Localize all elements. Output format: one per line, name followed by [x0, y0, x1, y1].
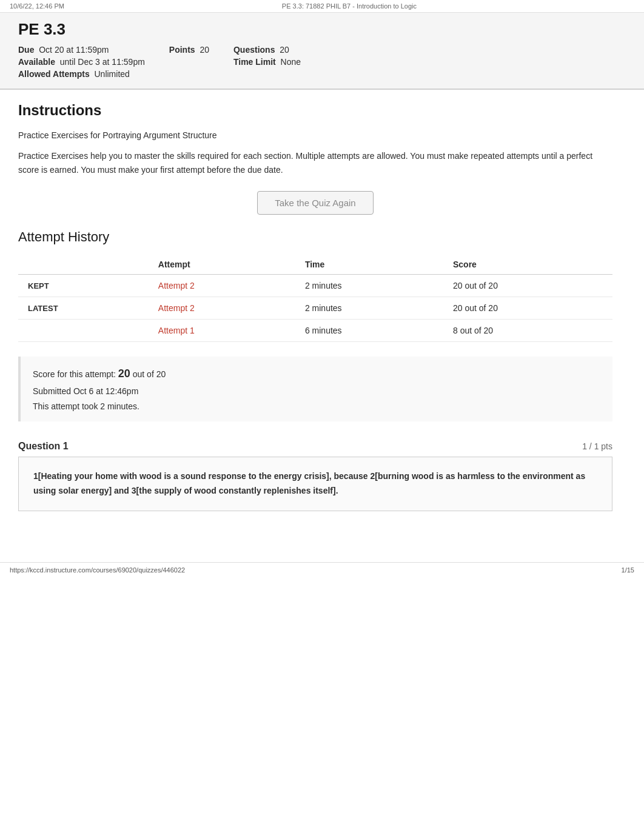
due-label: Due: [18, 45, 34, 55]
time-limit-label: Time Limit: [233, 57, 276, 67]
browser-page-title: PE 3.3: 71882 PHIL B7 - Introduction to …: [282, 2, 417, 10]
score-duration: This attempt took 2 minutes.: [33, 399, 600, 414]
points-label: Points: [169, 45, 195, 55]
attempt-link-0[interactable]: Attempt 2: [158, 281, 195, 290]
score-line: Score for this attempt: 20 out of 20: [33, 364, 600, 383]
meta-points: Points 20: [169, 45, 209, 55]
available-label: Available: [18, 57, 55, 67]
row-score-1: 20 out of 20: [443, 297, 612, 320]
meta-time-limit: Time Limit None: [233, 57, 301, 67]
row-time-2: 6 minutes: [295, 320, 443, 342]
question-1-block: Question 1 1 / 1 pts 1[Heating your home…: [18, 436, 612, 511]
question-1-body: 1[Heating your home with wood is a sound…: [18, 457, 612, 511]
points-value: 20: [200, 45, 209, 55]
question-1-text: 1[Heating your home with wood is a sound…: [33, 469, 597, 498]
footer-page: 1/15: [622, 566, 634, 574]
col-header-label: [18, 255, 149, 275]
attempt-history-table: Attempt Time Score KEPTAttempt 22 minute…: [18, 255, 612, 342]
meta-grid: Due Oct 20 at 11:59pm Points 20 Question…: [18, 45, 301, 79]
attempt-history-heading: Attempt History: [18, 229, 612, 245]
question-1-header: Question 1 1 / 1 pts: [18, 436, 612, 457]
questions-label: Questions: [233, 45, 275, 55]
due-value: Oct 20 at 11:59pm: [39, 45, 109, 55]
row-score-2: 8 out of 20: [443, 320, 612, 342]
instructions-line1: Practice Exercises for Portraying Argume…: [18, 129, 612, 142]
quiz-button-container: Take the Quiz Again: [18, 191, 612, 215]
score-summary: Score for this attempt: 20 out of 20 Sub…: [18, 357, 612, 421]
main-content: Instructions Practice Exercises for Port…: [0, 90, 631, 538]
attempts-label: Allowed Attempts: [18, 69, 90, 79]
meta-due: Due Oct 20 at 11:59pm: [18, 45, 145, 55]
take-quiz-again-button[interactable]: Take the Quiz Again: [257, 191, 373, 215]
score-submitted: Submitted Oct 6 at 12:46pm: [33, 384, 600, 399]
browser-bar: 10/6/22, 12:46 PM PE 3.3: 71882 PHIL B7 …: [0, 0, 644, 13]
footer-bar: https://kccd.instructure.com/courses/690…: [0, 562, 644, 577]
question-1-title: Question 1: [18, 441, 69, 452]
instructions-heading: Instructions: [18, 102, 612, 119]
table-row: KEPTAttempt 22 minutes20 out of 20: [18, 275, 612, 297]
meta-questions: Questions 20: [233, 45, 301, 55]
time-limit-value: None: [281, 57, 301, 67]
meta-attempts: Allowed Attempts Unlimited: [18, 69, 145, 79]
browser-timestamp: 10/6/22, 12:46 PM: [10, 2, 64, 10]
row-score-0: 20 out of 20: [443, 275, 612, 297]
attempt-link-2[interactable]: Attempt 1: [158, 326, 195, 335]
col-header-score: Score: [443, 255, 612, 275]
row-attempt-2[interactable]: Attempt 1: [149, 320, 295, 342]
attempts-value: Unlimited: [95, 69, 130, 79]
question-1-pts: 1 / 1 pts: [582, 441, 612, 451]
page-title: PE 3.3: [18, 20, 626, 39]
available-value: until Dec 3 at 11:59pm: [60, 57, 145, 67]
row-label-0: KEPT: [18, 275, 149, 297]
meta-available: Available until Dec 3 at 11:59pm: [18, 57, 145, 67]
col-header-attempt: Attempt: [149, 255, 295, 275]
page-header: PE 3.3 Due Oct 20 at 11:59pm Points 20 Q…: [0, 13, 644, 90]
questions-value: 20: [280, 45, 289, 55]
row-attempt-0[interactable]: Attempt 2: [149, 275, 295, 297]
attempt-link-1[interactable]: Attempt 2: [158, 303, 195, 313]
table-header-row: Attempt Time Score: [18, 255, 612, 275]
row-attempt-1[interactable]: Attempt 2: [149, 297, 295, 320]
score-label: Score for this attempt:: [33, 369, 118, 379]
score-value: 20: [118, 367, 130, 380]
col-header-time: Time: [295, 255, 443, 275]
row-label-2: [18, 320, 149, 342]
table-row: LATESTAttempt 22 minutes20 out of 20: [18, 297, 612, 320]
row-time-0: 2 minutes: [295, 275, 443, 297]
score-suffix: out of 20: [130, 369, 166, 379]
table-row: Attempt 16 minutes8 out of 20: [18, 320, 612, 342]
instructions-line2: Practice Exercises help you to master th…: [18, 149, 612, 176]
row-time-1: 2 minutes: [295, 297, 443, 320]
row-label-1: LATEST: [18, 297, 149, 320]
footer-url: https://kccd.instructure.com/courses/690…: [10, 566, 185, 574]
